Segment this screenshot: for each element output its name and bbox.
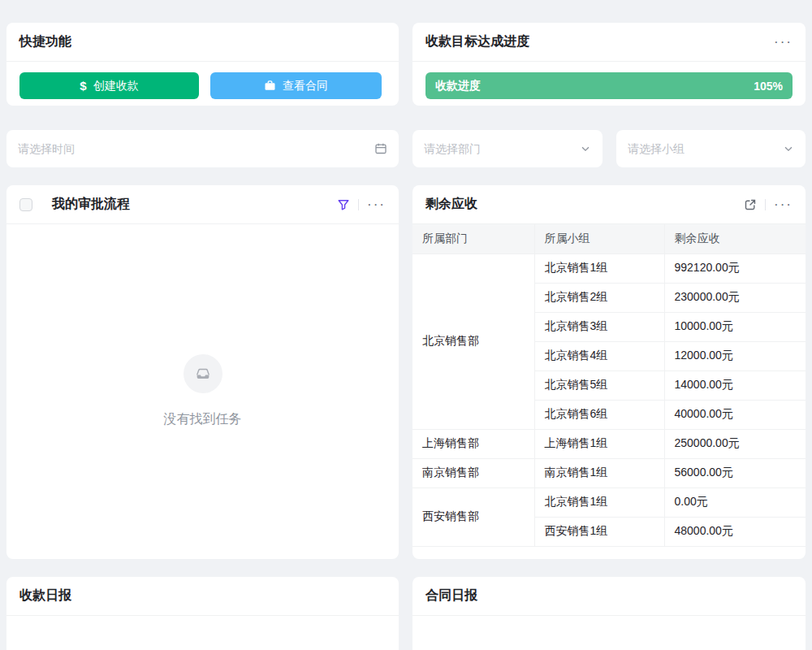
amount-cell: 230000.00元 [664, 283, 806, 312]
chevron-down-icon[interactable] [783, 143, 794, 154]
progress-bar: 收款进度 105% [425, 72, 793, 99]
daily-contract-card: 合同日报 [412, 577, 806, 650]
amount-cell: 40000.00元 [664, 400, 806, 429]
empty-state: 没有找到任务 [6, 224, 399, 558]
dept-select[interactable] [412, 130, 603, 167]
empty-text: 没有找到任务 [164, 411, 242, 428]
progress-title: 收款目标达成进度 [425, 33, 529, 50]
table-header-row: 所属部门 所属小组 剩余应收 [412, 224, 806, 254]
briefcase-icon [264, 80, 276, 92]
group-cell: 北京销售2组 [534, 283, 664, 312]
dashboard-page: { "colors": { "page_bg": "#f0f2f5", "pri… [0, 0, 812, 650]
progress-body: 收款进度 105% [412, 62, 806, 110]
icon-divider [358, 199, 359, 210]
group-cell: 南京销售1组 [534, 458, 664, 488]
dollar-icon: $ [80, 79, 86, 93]
dept-input[interactable] [424, 142, 573, 155]
progress-bar-label: 收款进度 [435, 79, 481, 93]
amount-cell: 14000.00元 [664, 370, 806, 400]
table-row: 上海销售部上海销售1组250000.00元 [412, 429, 806, 458]
external-link-icon[interactable] [744, 198, 757, 211]
daily-contract-title: 合同日报 [425, 587, 477, 604]
more-icon[interactable]: ··· [774, 35, 793, 49]
group-cell: 北京销售4组 [534, 341, 664, 370]
quick-actions-card: 快捷功能 $ 创建收款 查看合同 [6, 23, 399, 106]
more-icon[interactable]: ··· [367, 197, 386, 211]
receivables-table-body: 北京销售部北京销售1组992120.00元北京销售2组230000.00元北京销… [412, 254, 806, 546]
dept-cell: 南京销售部 [412, 458, 534, 488]
time-select[interactable] [6, 130, 399, 167]
table-row: 南京销售部南京销售1组56000.00元 [412, 458, 806, 488]
quick-actions-header: 快捷功能 [6, 23, 399, 62]
create-payment-button[interactable]: $ 创建收款 [19, 72, 199, 99]
group-cell: 北京销售1组 [534, 254, 664, 283]
approval-checkbox[interactable] [19, 198, 32, 211]
dept-cell: 上海销售部 [412, 429, 534, 458]
amount-cell: 250000.00元 [664, 429, 806, 458]
amount-cell: 12000.00元 [664, 341, 806, 370]
create-payment-label: 创建收款 [93, 79, 139, 93]
approval-card: 我的审批流程 ··· 没有找到任务 [6, 185, 399, 559]
amount-cell: 10000.00元 [664, 312, 806, 341]
group-cell: 上海销售1组 [534, 429, 664, 458]
dept-cell: 北京销售部 [412, 254, 534, 429]
more-icon[interactable]: ··· [774, 197, 793, 211]
daily-contract-header: 合同日报 [412, 577, 806, 616]
group-cell: 北京销售1组 [534, 488, 664, 517]
dept-cell: 西安销售部 [412, 488, 534, 546]
progress-card: 收款目标达成进度 ··· 收款进度 105% [412, 23, 806, 106]
time-input[interactable] [18, 142, 368, 155]
receivables-table: 所属部门 所属小组 剩余应收 北京销售部北京销售1组992120.00元北京销售… [412, 224, 806, 547]
group-cell: 西安销售1组 [534, 517, 664, 546]
view-contract-button[interactable]: 查看合同 [210, 72, 382, 99]
approval-title: 我的审批流程 [52, 196, 130, 213]
chevron-down-icon[interactable] [580, 143, 591, 154]
group-select[interactable] [616, 130, 806, 167]
table-row: 北京销售部北京销售1组992120.00元 [412, 254, 806, 283]
group-cell: 北京销售5组 [534, 370, 664, 400]
amount-cell: 56000.00元 [664, 458, 806, 488]
receivables-header: 剩余应收 ··· [412, 185, 806, 224]
daily-payment-title: 收款日报 [19, 587, 71, 604]
group-cell: 北京销售6组 [534, 400, 664, 429]
receivables-card: 剩余应收 ··· 所属部门 所属小组 剩余应收 北京销售部北京销售1组99212… [412, 185, 806, 559]
group-input[interactable] [628, 142, 776, 155]
daily-payment-card: 收款日报 [6, 577, 399, 650]
view-contract-label: 查看合同 [283, 79, 328, 93]
inbox-icon [184, 354, 222, 393]
progress-header: 收款目标达成进度 ··· [412, 23, 806, 62]
calendar-icon[interactable] [374, 142, 387, 155]
approval-header: 我的审批流程 ··· [6, 185, 399, 224]
amount-cell: 0.00元 [664, 488, 806, 517]
receivables-title: 剩余应收 [425, 196, 477, 213]
amount-cell: 48000.00元 [664, 517, 806, 546]
progress-bar-value: 105% [754, 80, 783, 93]
col-header-amount: 剩余应收 [664, 224, 806, 254]
amount-cell: 992120.00元 [664, 254, 806, 283]
quick-actions-body: $ 创建收款 查看合同 [6, 62, 399, 110]
quick-actions-title: 快捷功能 [19, 33, 71, 50]
group-cell: 北京销售3组 [534, 312, 664, 341]
icon-divider [765, 199, 766, 210]
col-header-group: 所属小组 [534, 224, 664, 254]
filter-icon[interactable] [337, 198, 350, 211]
table-row: 西安销售部北京销售1组0.00元 [412, 488, 806, 517]
col-header-dept: 所属部门 [412, 224, 534, 254]
daily-payment-header: 收款日报 [6, 577, 399, 616]
